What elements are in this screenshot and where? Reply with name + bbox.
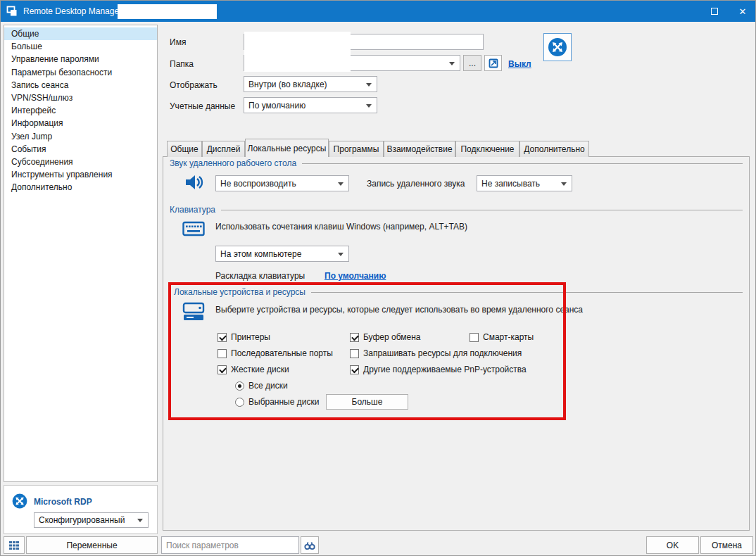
- sidebar-item-label: Информация: [11, 118, 63, 128]
- close-button[interactable]: ✕: [729, 1, 756, 22]
- sound-record-value: Не записывать: [481, 179, 540, 189]
- remote-desktop-manager-window: Remote Desktop Manager - ✕ Общие Больше …: [0, 0, 756, 556]
- tab-general[interactable]: Общие: [167, 141, 202, 157]
- devices-group-title: Локальные устройства и ресурсы: [174, 287, 305, 297]
- tab-local-resources[interactable]: Локальные ресурсы: [245, 139, 329, 157]
- sidebar-item-label: Дополнительно: [11, 182, 72, 192]
- configuration-state-dropdown[interactable]: Сконфигурированный: [34, 512, 149, 528]
- chevron-down-icon: [338, 253, 344, 256]
- sidebar-item-label: События: [11, 144, 46, 154]
- chevron-down-icon: [366, 104, 372, 108]
- sidebar-item-events[interactable]: События: [4, 143, 157, 156]
- keyboard-apply-dropdown[interactable]: На этом компьютере: [215, 246, 349, 262]
- maximize-icon: [711, 8, 718, 15]
- sidebar-item-more[interactable]: Больше: [4, 40, 157, 53]
- search-button[interactable]: [301, 536, 319, 554]
- binoculars-icon: [304, 541, 315, 550]
- checkbox-label: Смарт-карты: [483, 332, 534, 342]
- checkbox-icon: [218, 333, 227, 342]
- sidebar-item-information[interactable]: Информация: [4, 117, 157, 129]
- speaker-icon: [184, 173, 205, 191]
- checkbox-serial-ports[interactable]: Последовательные порты: [218, 348, 333, 358]
- sidebar-item-label: Инструменты управления: [11, 170, 113, 179]
- tab-interaction[interactable]: Взаимодействие: [384, 141, 455, 157]
- sidebar-item-password-management[interactable]: Управление паролями: [4, 53, 157, 65]
- group-divider: [221, 210, 743, 210]
- folder-browse-button[interactable]: ...: [463, 55, 481, 71]
- sound-record-dropdown[interactable]: Не записывать: [477, 175, 572, 191]
- sound-playback-value: Не воспроизводить: [220, 179, 296, 189]
- checkbox-label: Буфер обмена: [363, 332, 421, 342]
- rdp-icon: [547, 37, 568, 58]
- sidebar-item-label: Параметры безопасности: [11, 68, 112, 77]
- keyboard-icon: [182, 220, 205, 237]
- keyboard-shortcut-text: Использовать сочетания клавиш Windows (н…: [215, 222, 467, 232]
- sidebar-item-vpn-ssh-gateway[interactable]: VPN/SSH/шлюз: [4, 91, 157, 104]
- variables-grid-button[interactable]: [4, 536, 25, 554]
- search-parameters-input[interactable]: [161, 536, 299, 554]
- sidebar-item-jump-host[interactable]: Узел Jump: [4, 130, 157, 143]
- radio-icon: [235, 381, 244, 391]
- sidebar-item-subconnections[interactable]: Субсоединения: [4, 156, 157, 168]
- radio-label: Все диски: [248, 381, 288, 391]
- checkbox-label: Последовательные порты: [231, 348, 333, 358]
- sound-group-title: Звук удаленного рабочего стола: [170, 158, 296, 168]
- chevron-down-icon: [137, 519, 143, 522]
- checkbox-smartcards[interactable]: Смарт-карты: [470, 332, 534, 342]
- sidebar-item-general[interactable]: Общие: [4, 27, 157, 40]
- sidebar-item-interface[interactable]: Интерфейс: [4, 104, 157, 117]
- checkbox-label: Жесткие диски: [231, 365, 289, 374]
- grid-icon: [8, 541, 20, 550]
- radio-icon: [235, 398, 244, 407]
- sound-playback-dropdown[interactable]: Не воспроизводить: [215, 175, 349, 191]
- checkbox-icon: [350, 349, 359, 358]
- checkbox-pnp-devices[interactable]: Другие поддерживаемые PnP-устройства: [350, 365, 527, 374]
- tab-advanced[interactable]: Дополнительно: [519, 141, 589, 157]
- name-label: Имя: [170, 37, 186, 47]
- checkbox-icon: [470, 333, 479, 342]
- rdp-icon: [11, 493, 28, 510]
- tab-programs[interactable]: Программы: [329, 141, 384, 157]
- keyboard-layout-label: Раскладка клавиатуры: [215, 271, 305, 281]
- radio-selected-disks[interactable]: Выбранные диски: [235, 397, 319, 407]
- checkbox-label: Другие поддерживаемые PnP-устройства: [363, 365, 527, 374]
- sidebar-item-management-tools[interactable]: Инструменты управления: [4, 168, 157, 181]
- chevron-down-icon: [366, 83, 372, 87]
- title-redaction-box: [118, 4, 217, 19]
- cancel-button[interactable]: Отмена: [700, 536, 753, 554]
- sidebar-item-label: Запись сеанса: [11, 80, 68, 90]
- tab-connection[interactable]: Подключение: [455, 141, 519, 157]
- tab-display[interactable]: Дисплей: [202, 141, 245, 157]
- checkbox-icon: [350, 365, 359, 374]
- checkbox-printers[interactable]: Принтеры: [218, 332, 270, 342]
- sidebar-item-label: Общие: [11, 29, 39, 39]
- more-disks-button[interactable]: Больше: [326, 394, 408, 410]
- checkbox-prompt-resources[interactable]: Запрашивать ресурсы для подключения: [350, 348, 522, 358]
- connection-type-button[interactable]: [543, 33, 572, 61]
- checkbox-icon: [218, 349, 227, 358]
- checkbox-hard-disks[interactable]: Жесткие диски: [218, 365, 289, 374]
- credentials-dropdown[interactable]: По умолчанию: [244, 97, 377, 113]
- sidebar-item-advanced[interactable]: Дополнительно: [4, 181, 157, 194]
- checkbox-icon: [350, 333, 359, 342]
- sidebar-item-session-recording[interactable]: Запись сеанса: [4, 79, 157, 91]
- chevron-down-icon: [338, 182, 344, 186]
- variables-button[interactable]: Переменные: [26, 536, 158, 554]
- display-dropdown[interactable]: Внутри (во вкладке): [244, 76, 377, 92]
- radio-all-disks[interactable]: Все диски: [235, 381, 288, 391]
- display-value: Внутри (во вкладке): [248, 80, 327, 89]
- display-label: Отображать: [170, 80, 218, 90]
- open-folder-window-button[interactable]: [484, 55, 502, 71]
- checkbox-icon: [218, 365, 227, 374]
- chevron-down-icon: [449, 62, 455, 65]
- keyboard-group-header: Клавиатура: [170, 205, 743, 215]
- keyboard-layout-link[interactable]: По умолчанию: [325, 271, 386, 281]
- group-divider: [311, 292, 743, 293]
- checkbox-clipboard[interactable]: Буфер обмена: [350, 332, 421, 342]
- ok-button[interactable]: OK: [646, 536, 699, 554]
- window-title: Remote Desktop Manager -: [23, 6, 127, 16]
- folder-label: Папка: [170, 59, 194, 69]
- maximize-button[interactable]: [700, 1, 729, 22]
- off-link[interactable]: Выкл: [508, 59, 531, 69]
- sidebar-item-security-settings[interactable]: Параметры безопасности: [4, 66, 157, 79]
